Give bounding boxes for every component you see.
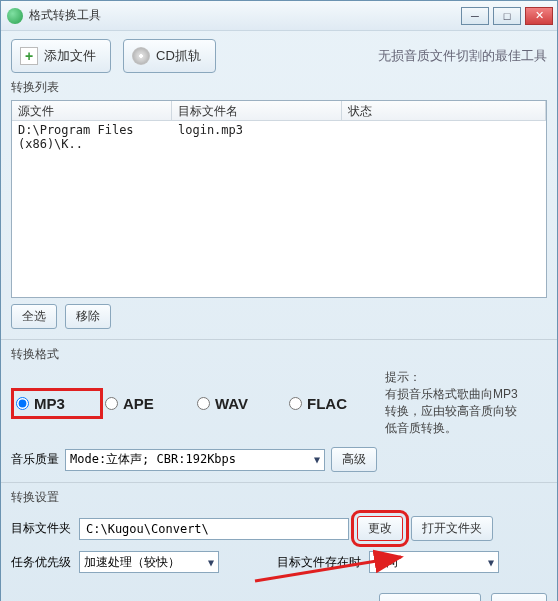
exists-combo[interactable]: 询问 ▼ [369,551,499,573]
select-all-button[interactable]: 全选 [11,304,57,329]
minimize-button[interactable]: ─ [461,7,489,25]
priority-value: 加速处理（较快） [84,554,180,571]
radio-mp3[interactable] [16,397,29,410]
divider-2 [1,482,557,483]
dest-value: C:\Kugou\Convert\ [86,522,209,536]
list-buttons: 全选 移除 [11,304,547,329]
convert-button[interactable]: 转换文件 [379,593,481,601]
dest-label: 目标文件夹 [11,520,71,537]
tagline: 无损音质文件切割的最佳工具 [378,47,547,65]
exists-label: 目标文件存在时 [277,554,361,571]
list-row[interactable]: D:\Program Files (x86)\K.. login.mp3 [12,121,546,153]
priority-combo[interactable]: 加速处理（较快） ▼ [79,551,219,573]
app-icon [7,8,23,24]
cell-target: login.mp3 [178,123,348,151]
priority-row: 任务优先级 加速处理（较快） ▼ 目标文件存在时 询问 ▼ [11,551,547,573]
label-ape: APE [123,395,154,412]
radio-ape[interactable] [105,397,118,410]
cell-status [348,123,540,151]
format-option-ape[interactable]: APE [103,391,195,416]
exists-value: 询问 [374,554,398,571]
dest-folder-input[interactable]: C:\Kugou\Convert\ [79,518,349,540]
header-status[interactable]: 状态 [342,101,546,120]
open-folder-button[interactable]: 打开文件夹 [411,516,493,541]
format-option-mp3[interactable]: MP3 [11,388,103,419]
maximize-button[interactable]: □ [493,7,521,25]
exit-button[interactable]: 退出 [491,593,547,601]
format-tip: 提示： 有损音乐格式歌曲向MP3转换，应由较高音质向较低音质转换。 [385,369,525,437]
tip-body: 有损音乐格式歌曲向MP3转换，应由较高音质向较低音质转换。 [385,386,525,437]
client-area: 添加文件 CD抓轨 无损音质文件切割的最佳工具 转换列表 源文件 目标文件名 状… [1,31,557,601]
format-option-wav[interactable]: WAV [195,391,287,416]
quality-label: 音乐质量 [11,451,59,468]
chevron-down-icon: ▼ [314,454,320,465]
tip-title: 提示： [385,369,525,386]
cd-rip-label: CD抓轨 [156,47,201,65]
list-section-label: 转换列表 [11,79,547,96]
add-file-button[interactable]: 添加文件 [11,39,111,73]
label-mp3: MP3 [34,395,65,412]
change-button[interactable]: 更改 [357,516,403,541]
divider [1,339,557,340]
conversion-list[interactable]: 源文件 目标文件名 状态 D:\Program Files (x86)\K.. … [11,100,547,298]
cd-icon [132,47,150,65]
format-row: MP3 APE WAV FLAC 提示： 有损音乐格式歌曲向MP3转换，应由较高… [11,369,547,437]
quality-combo[interactable]: Mode:立体声; CBR:192Kbps ▼ [65,449,325,471]
label-wav: WAV [215,395,248,412]
header-source[interactable]: 源文件 [12,101,172,120]
quality-value: Mode:立体声; CBR:192Kbps [70,451,236,468]
format-option-flac[interactable]: FLAC [287,391,379,416]
list-header: 源文件 目标文件名 状态 [12,101,546,121]
add-file-label: 添加文件 [44,47,96,65]
window-controls: ─ □ ✕ [461,7,553,25]
settings-section-label: 转换设置 [11,489,547,506]
footer-buttons: 转换文件 退出 [11,593,547,601]
titlebar[interactable]: 格式转换工具 ─ □ ✕ [1,1,557,31]
toolbar: 添加文件 CD抓轨 无损音质文件切割的最佳工具 [11,39,547,73]
priority-label: 任务优先级 [11,554,71,571]
advanced-button[interactable]: 高级 [331,447,377,472]
label-flac: FLAC [307,395,347,412]
header-target[interactable]: 目标文件名 [172,101,342,120]
close-button[interactable]: ✕ [525,7,553,25]
add-icon [20,47,38,65]
cell-source: D:\Program Files (x86)\K.. [18,123,178,151]
quality-row: 音乐质量 Mode:立体声; CBR:192Kbps ▼ 高级 [11,447,547,472]
dest-row: 目标文件夹 C:\Kugou\Convert\ 更改 打开文件夹 [11,516,547,541]
cd-rip-button[interactable]: CD抓轨 [123,39,216,73]
app-window: 格式转换工具 ─ □ ✕ 添加文件 CD抓轨 无损音质文件切割的最佳工具 转换列… [0,0,558,601]
format-section-label: 转换格式 [11,346,547,363]
window-title: 格式转换工具 [29,7,461,24]
radio-wav[interactable] [197,397,210,410]
list-body: D:\Program Files (x86)\K.. login.mp3 [12,121,546,153]
remove-button[interactable]: 移除 [65,304,111,329]
radio-flac[interactable] [289,397,302,410]
chevron-down-icon: ▼ [488,557,494,568]
chevron-down-icon: ▼ [208,557,214,568]
